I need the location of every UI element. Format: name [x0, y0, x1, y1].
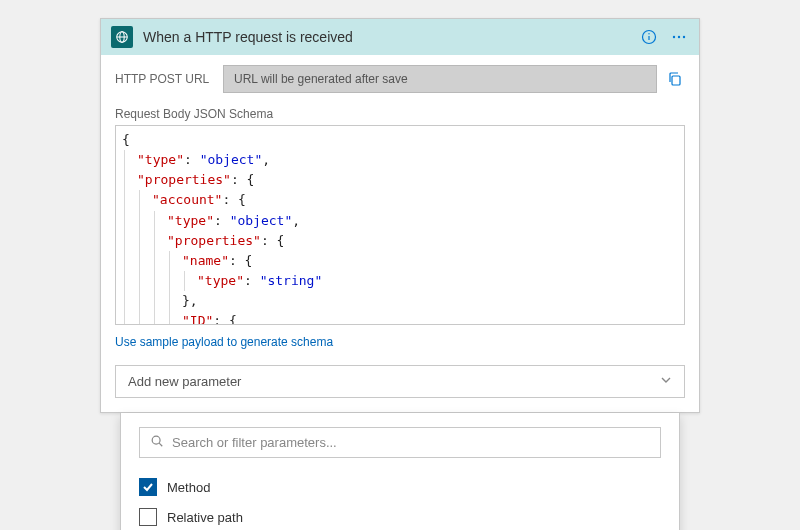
option-label: Relative path	[167, 510, 243, 525]
checkbox[interactable]	[139, 508, 157, 526]
add-new-parameter-label: Add new parameter	[128, 374, 241, 389]
svg-point-5	[648, 33, 649, 34]
info-icon[interactable]	[639, 27, 659, 47]
svg-point-10	[152, 436, 160, 444]
svg-line-11	[159, 443, 162, 446]
card-body: HTTP POST URL URL will be generated afte…	[101, 55, 699, 412]
add-new-parameter-dropdown[interactable]: Add new parameter	[115, 365, 685, 398]
checkbox[interactable]	[139, 478, 157, 496]
use-sample-payload-link[interactable]: Use sample payload to generate schema	[115, 335, 333, 349]
http-post-url-label: HTTP POST URL	[115, 72, 215, 86]
chevron-down-icon	[660, 374, 672, 389]
parameter-search-row[interactable]	[139, 427, 661, 458]
option-label: Method	[167, 480, 210, 495]
svg-point-8	[683, 36, 685, 38]
parameter-option[interactable]: Method	[139, 472, 661, 502]
trigger-card: When a HTTP request is received HTTP POS…	[100, 18, 700, 413]
copy-icon[interactable]	[665, 69, 685, 89]
parameter-search-input[interactable]	[172, 435, 650, 450]
svg-point-6	[673, 36, 675, 38]
http-request-icon	[111, 26, 133, 48]
schema-label: Request Body JSON Schema	[115, 107, 685, 121]
search-icon	[150, 434, 164, 451]
svg-point-7	[678, 36, 680, 38]
parameter-options-list: MethodRelative path	[139, 472, 661, 530]
parameter-dropdown-panel: MethodRelative path	[120, 413, 680, 530]
card-header[interactable]: When a HTTP request is received	[101, 19, 699, 55]
http-post-url-row: HTTP POST URL URL will be generated afte…	[115, 65, 685, 93]
more-icon[interactable]	[669, 27, 689, 47]
parameter-option[interactable]: Relative path	[139, 502, 661, 530]
http-post-url-field: URL will be generated after save	[223, 65, 657, 93]
card-title: When a HTTP request is received	[143, 29, 629, 45]
schema-textarea[interactable]: {"type": "object","properties": {"accoun…	[115, 125, 685, 325]
svg-rect-9	[672, 76, 680, 85]
